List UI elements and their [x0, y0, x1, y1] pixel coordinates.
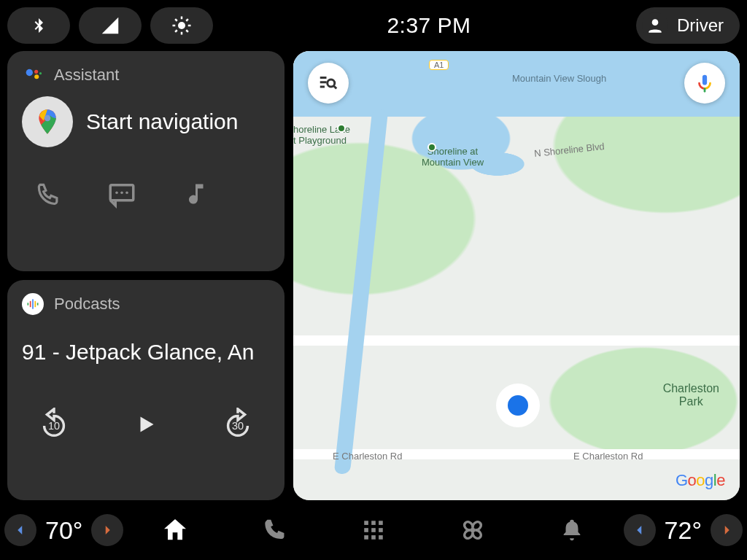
clock: 2:37 PM	[222, 13, 636, 38]
podcasts-card[interactable]: Podcasts 91 - Jetpack Glance, An 10 30	[7, 280, 285, 500]
sun-icon	[171, 15, 193, 36]
svg-point-12	[34, 74, 39, 79]
assistant-card-header: Assistant	[22, 64, 270, 86]
svg-rect-20	[30, 301, 31, 307]
passenger-temp-value: 72°	[662, 516, 705, 545]
svg-point-0	[178, 22, 185, 29]
svg-line-8	[186, 19, 188, 21]
chevron-left-icon	[633, 524, 646, 537]
chevron-right-icon	[720, 524, 733, 537]
svg-rect-19	[32, 299, 34, 308]
svg-text:10: 10	[48, 420, 60, 432]
dialer-button[interactable]	[226, 516, 322, 544]
svg-point-14	[44, 115, 51, 122]
svg-line-6	[186, 30, 188, 32]
svg-point-11	[34, 70, 38, 74]
hvac-button[interactable]	[425, 516, 521, 545]
svg-line-7	[175, 30, 177, 32]
phone-shortcut[interactable]	[28, 174, 68, 214]
passenger-temp-up[interactable]	[711, 514, 743, 546]
phone-icon	[260, 516, 288, 544]
play-icon	[133, 411, 159, 438]
map-road-echarleston-left: E Charleston Rd	[333, 451, 402, 462]
passenger-temp-down[interactable]	[624, 514, 656, 546]
svg-rect-34	[371, 521, 376, 525]
bottom-bar: 70° 72°	[0, 500, 747, 560]
map-voice-button[interactable]	[684, 63, 725, 104]
phone-icon	[34, 180, 62, 208]
map-poi-dot	[337, 124, 346, 133]
profile-label: Driver	[677, 15, 724, 36]
driver-temp-up[interactable]	[91, 514, 123, 546]
assistant-header-label: Assistant	[54, 66, 119, 85]
svg-line-5	[175, 19, 177, 21]
svg-rect-35	[379, 521, 383, 525]
bluetooth-button[interactable]	[7, 7, 70, 44]
podcasts-icon	[22, 293, 44, 315]
svg-rect-39	[364, 535, 368, 540]
svg-rect-33	[364, 521, 368, 525]
map-label-slough: Mountain View Slough	[512, 73, 606, 84]
svg-rect-31	[703, 75, 707, 85]
music-note-icon	[182, 181, 209, 207]
map-route-badge: A1	[429, 60, 449, 70]
signal-button[interactable]	[79, 7, 142, 44]
home-icon	[160, 516, 190, 545]
play-button[interactable]	[127, 405, 165, 443]
grid-icon	[361, 518, 386, 542]
svg-text:30: 30	[232, 420, 244, 432]
svg-point-29	[328, 79, 335, 87]
apps-button[interactable]	[325, 518, 422, 542]
svg-point-18	[125, 191, 128, 194]
svg-point-42	[471, 528, 476, 533]
fan-icon	[458, 516, 487, 545]
bell-icon	[560, 518, 584, 542]
map-search-button[interactable]	[308, 63, 349, 104]
map-current-location	[496, 384, 540, 427]
svg-point-17	[120, 191, 123, 194]
map-view[interactable]: Shoreline at Mountain View horeline Lake…	[293, 51, 740, 500]
driver-temp-down[interactable]	[4, 514, 36, 546]
forward-button[interactable]: 30	[219, 405, 257, 443]
brightness-button[interactable]	[150, 7, 213, 44]
assistant-dots-icon	[22, 64, 44, 86]
google-logo: Google	[676, 471, 725, 490]
home-button[interactable]	[126, 516, 222, 545]
messages-shortcut[interactable]	[101, 174, 142, 214]
svg-point-10	[26, 69, 33, 76]
driver-temp-group: 70°	[4, 514, 123, 546]
map-road-echarleston-right: E Charleston Rd	[573, 451, 643, 462]
svg-rect-21	[35, 301, 36, 307]
profile-button[interactable]: Driver	[636, 7, 740, 44]
svg-rect-23	[37, 303, 39, 305]
svg-point-13	[39, 72, 42, 74]
map-poi-charleston: Charleston Park	[663, 382, 719, 408]
svg-point-16	[115, 191, 118, 194]
chevron-left-icon	[14, 524, 27, 537]
svg-line-30	[334, 86, 337, 89]
svg-rect-40	[371, 535, 376, 540]
chevron-right-icon	[101, 524, 114, 537]
signal-icon	[99, 15, 121, 36]
svg-rect-22	[28, 303, 29, 305]
assistant-card-title: Start navigation	[86, 109, 238, 134]
svg-rect-41	[379, 535, 383, 540]
microphone-icon	[694, 72, 716, 94]
list-search-icon	[317, 72, 339, 94]
podcasts-header-label: Podcasts	[54, 295, 120, 314]
music-shortcut[interactable]	[175, 174, 215, 214]
passenger-temp-group: 72°	[624, 514, 743, 546]
svg-rect-38	[379, 528, 383, 532]
rewind-button[interactable]: 10	[35, 405, 73, 443]
bluetooth-icon	[30, 15, 47, 36]
notifications-button[interactable]	[524, 518, 620, 542]
forward-icon: 30	[221, 408, 255, 441]
assistant-card[interactable]: Assistant Start navigation	[7, 51, 285, 271]
svg-rect-36	[364, 528, 368, 532]
message-icon	[107, 179, 137, 209]
svg-rect-37	[371, 528, 376, 532]
rewind-icon: 10	[37, 408, 71, 441]
map-poi-dot	[427, 143, 436, 152]
maps-pin-icon	[22, 96, 73, 147]
status-bar: 2:37 PM Driver	[0, 0, 747, 51]
